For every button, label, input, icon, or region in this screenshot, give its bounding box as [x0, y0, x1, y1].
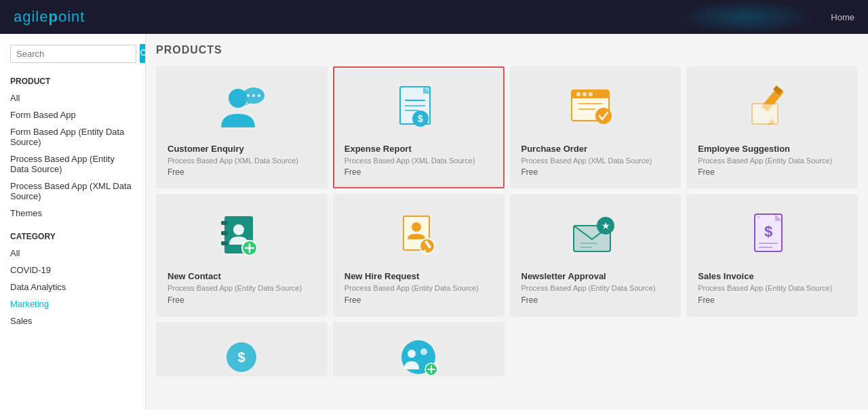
partial-2-icon [344, 337, 493, 376]
product-card-newsletter-approval[interactable]: ★ Newsletter Approval Process Based App … [510, 194, 682, 316]
product-card-purchase-order[interactable]: Purchase Order Process Based App (XML Da… [510, 66, 682, 188]
svg-text:$: $ [238, 350, 245, 365]
sidebar-item-process-entity[interactable]: Process Based App (Entity Data Source) [0, 150, 145, 178]
svg-point-31 [233, 224, 244, 235]
product-type: Process Based App (Entity Data Source) [167, 283, 302, 293]
product-price: Free [167, 295, 184, 305]
app-logo: agilepoint [14, 8, 85, 26]
svg-text:$: $ [764, 223, 772, 240]
product-price: Free [521, 295, 538, 305]
svg-point-37 [420, 239, 435, 253]
svg-point-5 [252, 94, 255, 97]
purchase-order-icon [521, 81, 670, 136]
product-type: Process Based App (XML Data Source) [521, 156, 652, 165]
sidebar-item-marketing[interactable]: Marketing [0, 295, 145, 312]
sidebar-item-product-all[interactable]: All [0, 89, 145, 106]
svg-point-55 [420, 348, 427, 355]
sidebar-item-form-based-app[interactable]: Form Based App [0, 106, 145, 123]
sidebar: PRODUCT All Form Based App Form Based Ap… [0, 34, 146, 410]
svg-point-22 [595, 108, 612, 124]
search-icon [140, 49, 146, 58]
newsletter-approval-icon: ★ [521, 209, 670, 263]
product-card-sales-invoice[interactable]: $ Sales Invoice Process Based App (Entit… [686, 194, 858, 316]
search-button[interactable] [140, 44, 146, 63]
sidebar-item-themes[interactable]: Themes [0, 205, 145, 222]
sidebar-item-data-analytics[interactable]: Data Analytics [0, 279, 145, 295]
svg-rect-26 [752, 104, 778, 124]
svg-text:$: $ [418, 113, 423, 124]
sidebar-item-form-based-app-entity[interactable]: Form Based App (Entity Data Source) [0, 123, 145, 150]
category-section-title: CATEGORY [0, 228, 145, 245]
product-type: Process Based App (XML Data Source) [167, 156, 298, 165]
product-name: New Hire Request [344, 271, 420, 281]
svg-point-36 [412, 222, 421, 232]
product-name: Expense Report [344, 144, 412, 154]
expense-report-icon: $ [344, 81, 493, 136]
product-price: Free [698, 167, 715, 177]
sidebar-item-covid19[interactable]: COVID-19 [0, 262, 145, 279]
product-card-new-contact[interactable]: New Contact Process Based App (Entity Da… [156, 194, 328, 316]
product-card-partial-2[interactable] [333, 322, 505, 376]
sidebar-item-category-all[interactable]: All [0, 245, 145, 262]
product-grid: Customer Enquiry Process Based App (XML … [156, 66, 858, 376]
svg-point-4 [247, 94, 250, 97]
svg-rect-50 [757, 216, 760, 218]
sales-invoice-icon: $ [698, 209, 846, 263]
svg-rect-28 [221, 221, 228, 225]
new-contact-icon [167, 209, 316, 263]
product-name: New Contact [167, 271, 221, 281]
svg-point-19 [589, 92, 593, 96]
product-name: Newsletter Approval [521, 271, 606, 281]
product-type: Process Based App (Entity Data Source) [698, 156, 832, 165]
product-name: Customer Enquiry [167, 144, 244, 154]
nav-home[interactable]: Home [831, 12, 854, 22]
svg-rect-9 [423, 87, 430, 94]
product-card-partial-1[interactable]: $ [156, 322, 328, 376]
sidebar-item-sales[interactable]: Sales [0, 312, 145, 329]
product-price: Free [521, 167, 538, 177]
product-type: Process Based App (Entity Data Source) [698, 283, 832, 293]
customer-enquiry-icon [167, 81, 316, 136]
product-type: Process Based App (Entity Data Source) [521, 283, 656, 293]
product-name: Purchase Order [521, 144, 588, 154]
product-price: Free [344, 167, 361, 177]
svg-point-17 [576, 92, 580, 96]
svg-point-54 [408, 350, 416, 358]
svg-rect-29 [221, 231, 228, 235]
page-title: PRODUCTS [156, 44, 858, 56]
product-section-title: PRODUCT [0, 73, 145, 89]
svg-rect-30 [221, 241, 228, 245]
search-area [0, 44, 145, 73]
product-price: Free [344, 295, 361, 305]
search-input[interactable] [10, 45, 136, 63]
product-price: Free [167, 167, 184, 177]
product-card-customer-enquiry[interactable]: Customer Enquiry Process Based App (XML … [156, 66, 328, 188]
svg-text:★: ★ [601, 220, 610, 231]
svg-point-6 [258, 94, 260, 97]
app-header: agilepoint Home [0, 0, 868, 34]
product-card-expense-report[interactable]: $ Expense Report Process Based App (XML … [333, 66, 505, 188]
main-content: PRODUCTS Custo [146, 34, 868, 410]
product-card-employee-suggestion[interactable]: Employee Suggestion Process Based App (E… [686, 66, 858, 188]
new-hire-request-icon [344, 209, 493, 263]
partial-1-icon: $ [167, 337, 316, 376]
product-card-new-hire-request[interactable]: New Hire Request Process Based App (Enti… [333, 194, 505, 316]
sidebar-item-process-xml[interactable]: Process Based App (XML Data Source) [0, 178, 145, 205]
product-type: Process Based App (XML Data Source) [344, 156, 475, 165]
employee-suggestion-icon [698, 81, 846, 136]
product-name: Employee Suggestion [698, 144, 790, 154]
svg-point-18 [583, 92, 587, 96]
product-type: Process Based App (Entity Data Source) [344, 283, 479, 293]
product-price: Free [698, 295, 715, 305]
product-name: Sales Invoice [698, 271, 753, 281]
